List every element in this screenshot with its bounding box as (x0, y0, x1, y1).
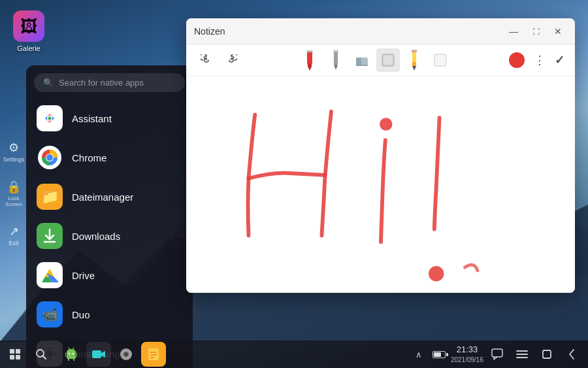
taskbar-facetime-button[interactable] (86, 342, 111, 367)
svg-point-29 (380, 118, 392, 130)
taskbar-grid-button[interactable] (3, 342, 27, 367)
svg-rect-28 (434, 54, 446, 66)
fill-tool[interactable] (429, 48, 452, 72)
svg-rect-56 (543, 350, 551, 358)
taskbar-recents-button[interactable] (536, 343, 558, 365)
taskbar-menu-button[interactable] (511, 343, 533, 365)
svg-rect-34 (16, 355, 20, 360)
duo-label: Duo (72, 309, 90, 320)
svg-point-9 (46, 154, 53, 161)
window-controls: — ⛶ ✕ (504, 22, 567, 41)
svg-point-38 (73, 353, 74, 354)
taskbar-left (0, 342, 56, 367)
lock-icon: 🔒 (7, 180, 21, 194)
drive-label: Drive (72, 270, 95, 281)
time-display: 21:33 (451, 344, 483, 356)
app-launcher: 🔍 Search for native apps Assistant (26, 65, 193, 368)
svg-point-37 (69, 353, 70, 354)
svg-line-36 (43, 356, 46, 360)
svg-rect-15 (308, 63, 312, 67)
svg-rect-43 (92, 350, 101, 358)
desktop-icon-galerie[interactable]: 🖼 Galerie (13, 10, 44, 52)
svg-rect-23 (384, 56, 393, 65)
svg-rect-25 (412, 62, 416, 66)
taskbar-search-button[interactable] (29, 342, 54, 367)
marker-tool[interactable] (298, 48, 321, 72)
svg-point-30 (429, 266, 444, 281)
drive-icon (37, 262, 63, 288)
battery-indicator (433, 351, 448, 358)
select-tool[interactable] (376, 48, 400, 72)
search-placeholder: Search for native apps (59, 78, 144, 88)
svg-rect-32 (16, 349, 20, 354)
taskbar-chat-button[interactable] (486, 343, 508, 365)
svg-line-39 (69, 348, 70, 350)
taskbar-android-button[interactable] (59, 342, 84, 367)
pen-tool[interactable] (324, 48, 348, 72)
confirm-button[interactable]: ✓ (555, 53, 564, 67)
app-item-downloads[interactable]: Downloads (26, 216, 193, 256)
window-title: Notizen (194, 26, 504, 37)
app-item-drive[interactable]: Drive (26, 256, 193, 295)
dateimanager-label: Dateimanager (72, 192, 133, 203)
search-icon: 🔍 (43, 78, 54, 88)
record-button[interactable] (509, 52, 525, 68)
svg-rect-52 (492, 349, 502, 357)
sidebar-icons: ⚙ Settings 🔒 LockScreen ↗ Exit (0, 131, 27, 256)
undo-button[interactable] (197, 50, 216, 70)
taskbar-back-button[interactable] (561, 343, 583, 365)
svg-rect-27 (412, 50, 417, 51)
window-titlebar: Notizen — ⛶ ✕ (186, 18, 575, 44)
svg-rect-16 (306, 50, 313, 52)
chrome-label: Chrome (72, 152, 106, 163)
sidebar-item-lock-screen[interactable]: 🔒 LockScreen (0, 173, 27, 214)
more-options-button[interactable]: ⋮ (530, 52, 549, 69)
minimize-button[interactable]: — (504, 22, 523, 41)
taskbar-time[interactable]: 21:33 2021/09/16 (451, 344, 483, 364)
redo-button[interactable] (221, 50, 241, 70)
svg-rect-17 (334, 50, 338, 65)
taskbar-expand-button[interactable]: ∧ (408, 343, 430, 365)
app-item-duo[interactable]: 📹 Duo (26, 295, 193, 334)
taskbar-notes-button[interactable] (141, 342, 166, 367)
taskbar: ∧ 21:33 2021/09/16 (0, 341, 588, 368)
taskbar-center (56, 342, 169, 367)
svg-rect-33 (10, 355, 14, 360)
drawing-tools (298, 48, 452, 72)
notizen-canvas[interactable] (186, 76, 575, 293)
date-display: 2021/09/16 (451, 356, 483, 364)
assistant-label: Assistant (72, 113, 112, 124)
app-item-chrome[interactable]: Chrome (26, 138, 193, 177)
sidebar-item-settings[interactable]: ⚙ Settings (0, 131, 27, 173)
duo-icon: 📹 (37, 301, 63, 327)
app-item-dateimanager[interactable]: 📁 Dateimanager (26, 177, 193, 216)
svg-rect-42 (73, 358, 74, 361)
dateimanager-icon: 📁 (37, 184, 63, 210)
taskbar-right: ∧ 21:33 2021/09/16 (408, 343, 588, 365)
app-item-assistant[interactable]: Assistant (26, 99, 193, 138)
notizen-window: Notizen — ⛶ ✕ (186, 18, 575, 293)
downloads-label: Downloads (72, 231, 120, 242)
eraser-tool[interactable] (350, 48, 374, 72)
downloads-icon (37, 223, 63, 249)
svg-rect-48 (148, 348, 159, 360)
assistant-icon (37, 105, 63, 131)
svg-line-40 (73, 348, 74, 350)
exit-icon: ↗ (9, 224, 19, 239)
svg-point-5 (48, 117, 52, 120)
search-bar[interactable]: 🔍 Search for native apps (34, 73, 185, 92)
pencil-tool[interactable] (402, 48, 426, 72)
drawing-content (186, 76, 575, 293)
taskbar-settings-button[interactable] (114, 342, 139, 367)
svg-point-46 (125, 353, 128, 356)
svg-rect-41 (68, 358, 69, 361)
settings-icon: ⚙ (8, 141, 19, 155)
notizen-toolbar: ⋮ ✓ (186, 44, 575, 76)
maximize-button[interactable]: ⛶ (527, 22, 545, 41)
svg-rect-14 (307, 50, 312, 65)
svg-rect-31 (10, 349, 14, 354)
sidebar-item-exit[interactable]: ↗ Exit (0, 214, 27, 256)
svg-rect-20 (356, 58, 361, 65)
close-button[interactable]: ✕ (549, 22, 567, 41)
svg-rect-18 (333, 50, 338, 52)
